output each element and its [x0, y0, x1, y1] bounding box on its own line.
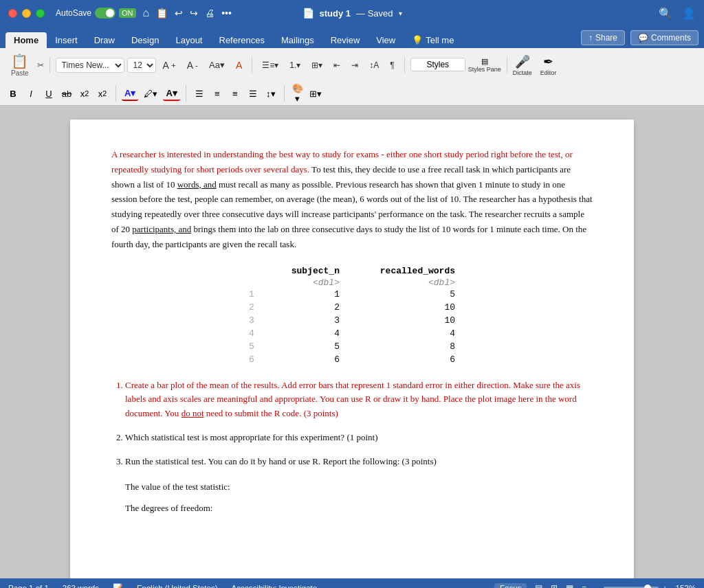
answer-line2: The degrees of freedom:: [125, 500, 593, 516]
print-icon[interactable]: 🖨: [205, 8, 214, 19]
paste-label[interactable]: Paste: [11, 69, 29, 77]
align-left-button[interactable]: ☰: [192, 86, 207, 101]
change-case-button[interactable]: Aa▾: [205, 58, 229, 72]
layout-icon4[interactable]: ≡: [582, 584, 586, 588]
minimize-button[interactable]: [22, 9, 31, 18]
lightbulb-icon: 💡: [412, 35, 423, 45]
doc-title: study 1: [320, 8, 351, 19]
collaborate-icon[interactable]: 👤: [682, 7, 696, 20]
home-icon[interactable]: ⌂: [143, 7, 150, 19]
search-icon[interactable]: 🔍: [659, 7, 672, 20]
paste-icon[interactable]: 📋: [11, 53, 28, 69]
clipboard-icon[interactable]: ✂: [37, 60, 44, 70]
underline-button[interactable]: U: [41, 86, 56, 101]
autosave-toggle[interactable]: [95, 8, 116, 19]
tell-me-tab[interactable]: 💡 Tell me: [404, 32, 462, 48]
title-bar-right: 🔍 👤: [659, 7, 696, 20]
tab-insert[interactable]: Insert: [47, 32, 86, 48]
align-center-button[interactable]: ≡: [210, 86, 225, 101]
accessibility-label[interactable]: Accessibility: Investigate: [232, 584, 318, 588]
subscript-button[interactable]: x2: [77, 86, 92, 101]
cell-subject_n: 2: [268, 301, 353, 314]
increase-indent-button[interactable]: ⇥: [347, 58, 362, 72]
title-bar-center: 📄 study 1 — Saved ▾: [302, 8, 402, 19]
language-label[interactable]: English (United States): [137, 584, 218, 588]
shading-button[interactable]: 🎨▾: [290, 86, 305, 101]
editor-button[interactable]: ✒ Editor: [540, 54, 557, 76]
cell-subject_n: 6: [268, 353, 353, 366]
proofread-icon[interactable]: 📝: [113, 583, 123, 588]
clear-formatting-button[interactable]: A: [232, 58, 246, 73]
words-and-underline: words, and: [177, 179, 217, 190]
styles-section: Styles ▤ Styles Pane: [410, 57, 501, 74]
font-color-button[interactable]: A▾: [122, 86, 138, 101]
col-subject_n: subject_n: [268, 264, 353, 278]
borders-button[interactable]: ⊞▾: [308, 86, 323, 101]
tab-design[interactable]: Design: [123, 32, 167, 48]
undo-icon[interactable]: ↩: [175, 8, 183, 19]
redo-icon[interactable]: ↪: [190, 8, 198, 19]
table-row: 1 1 5: [235, 288, 469, 301]
sort-button[interactable]: ↕A: [365, 58, 383, 72]
maximize-button[interactable]: [36, 9, 45, 18]
toolbar: 📋 Paste ✂ Times New... 12 A+ A- Aa▾ A ☰≡…: [0, 48, 704, 106]
tab-review[interactable]: Review: [322, 32, 368, 48]
cell-subject_n: 5: [268, 340, 353, 353]
tab-mailings[interactable]: Mailings: [273, 32, 322, 48]
zoom-minus-button[interactable]: −: [595, 584, 600, 588]
tab-draw[interactable]: Draw: [86, 32, 123, 48]
justify-button[interactable]: ☰: [245, 86, 261, 101]
question1-text: Create a bar plot of the mean of the res…: [125, 380, 580, 419]
dictate-button[interactable]: 🎤 Dictate: [513, 54, 532, 76]
font-color-button2[interactable]: A▾: [163, 86, 179, 101]
tab-home[interactable]: Home: [6, 32, 47, 48]
autosave-label: AutoSave: [56, 8, 91, 18]
share-button[interactable]: ↑ Share: [581, 30, 625, 45]
comments-button[interactable]: 💬 Comments: [630, 30, 698, 45]
strikethrough-button[interactable]: ab: [59, 86, 74, 101]
row-num: 6: [235, 353, 268, 366]
layout-icon1[interactable]: ▤: [535, 583, 542, 588]
do-not-underline: do not: [182, 408, 204, 418]
decrease-font-button[interactable]: A-: [183, 58, 202, 73]
increase-font-button[interactable]: A+: [159, 58, 180, 73]
bold-button[interactable]: B: [6, 86, 21, 101]
title-bar: AutoSave ON ⌂ 📋 ↩ ↪ 🖨 ••• 📄 study 1 — Sa…: [0, 0, 704, 26]
multilevel-list-button[interactable]: ⊞▾: [307, 58, 327, 72]
font-size-select[interactable]: 12: [127, 58, 156, 73]
close-button[interactable]: [8, 9, 17, 18]
question2-item: Which statistical test is most appropria…: [125, 431, 593, 445]
italic-button[interactable]: I: [23, 86, 38, 101]
decrease-indent-button[interactable]: ⇤: [329, 58, 344, 72]
row-num: 2: [235, 301, 268, 314]
superscript-button[interactable]: x2: [95, 86, 110, 101]
tab-layout[interactable]: Layout: [167, 32, 210, 48]
bullets-button[interactable]: ☰≡▾: [258, 58, 283, 72]
styles-button[interactable]: Styles: [410, 58, 465, 71]
paragraph-marks-button[interactable]: ¶: [386, 58, 398, 72]
zoom-plus-button[interactable]: +: [663, 584, 668, 588]
zoom-percent[interactable]: 152%: [676, 584, 696, 588]
question1-item: Create a bar plot of the mean of the res…: [125, 378, 593, 421]
saved-status: — Saved: [356, 8, 393, 19]
numbering-button[interactable]: 1.▾: [285, 58, 305, 72]
font-name-select[interactable]: Times New...: [56, 58, 124, 73]
highlight-button[interactable]: 🖊▾: [141, 86, 160, 101]
tab-view[interactable]: View: [368, 32, 404, 48]
ribbon-tabs-row: Home Insert Draw Design Layout Reference…: [0, 26, 704, 48]
toolbar-row2: B I U ab x2 x2 A▾ 🖊▾ A▾ ☰ ≡ ≡ ☰ ↕▾ 🎨▾ ⊞▾: [0, 82, 704, 105]
tab-references[interactable]: References: [211, 32, 273, 48]
save-icon[interactable]: 📋: [156, 8, 168, 19]
layout-icon3[interactable]: ▦: [566, 583, 573, 588]
styles-pane-button[interactable]: ▤ Styles Pane: [468, 57, 501, 74]
data-table: . subject_n recalled_words <dbl> <dbl> 1…: [235, 264, 469, 366]
focus-label[interactable]: Focus: [494, 583, 527, 588]
align-right-button[interactable]: ≡: [228, 86, 243, 101]
layout-icon2[interactable]: ⊞: [551, 583, 558, 588]
questions-list: Create a bar plot of the mean of the res…: [111, 378, 593, 469]
line-spacing-button[interactable]: ↕▾: [263, 86, 278, 101]
chevron-down-icon[interactable]: ▾: [399, 10, 402, 17]
cell-subject_n: 1: [268, 288, 353, 301]
styles-pane-icon: ▤: [481, 57, 488, 66]
more-icon[interactable]: •••: [221, 8, 232, 19]
